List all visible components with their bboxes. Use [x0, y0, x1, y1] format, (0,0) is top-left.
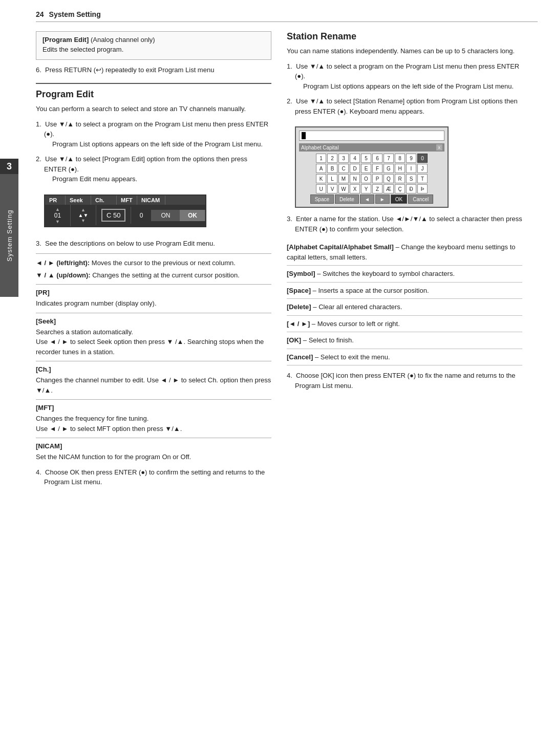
kb-key-B[interactable]: B	[327, 164, 337, 173]
nav-du-body: Changes the setting at the current curso…	[92, 271, 240, 279]
nav-lr-title-right: [◄ / ►]	[287, 320, 310, 328]
keyboard-display: Alphabet Capital x 1 2 3 4 5 6 7 8	[295, 126, 449, 208]
nav-lr-body-right: – Moves cursor to left or right.	[312, 320, 400, 328]
nav-lr-info: [◄ / ►] – Moves cursor to left or right.	[287, 316, 522, 333]
kb-title-text: Alphabet Capital	[301, 145, 338, 150]
kb-right-btn[interactable]: ►	[375, 195, 390, 204]
ok-info: [OK] – Select to finish.	[287, 332, 522, 349]
td-ok[interactable]: OK	[180, 210, 205, 221]
kb-key-V[interactable]: V	[327, 184, 337, 193]
nav-lr-title: ◄ / ► (left/right):	[36, 259, 90, 267]
kb-key-T[interactable]: T	[417, 174, 428, 183]
return-symbol: ↩	[96, 66, 101, 74]
th-mft: MFT	[117, 196, 137, 205]
ch-section: [Ch.] Changes the channel number to edit…	[36, 361, 271, 395]
kb-key-L[interactable]: L	[327, 174, 337, 183]
station-rename-section: Station Rename You can name stations ind…	[287, 31, 522, 391]
kb-key-I[interactable]: I	[406, 164, 416, 173]
nav-lr-body: Moves the cursor to the previous or next…	[92, 259, 236, 267]
td-seek: ▲ ▲▼ ▼	[71, 205, 96, 225]
kb-key-F[interactable]: F	[372, 164, 382, 173]
kb-key-J[interactable]: J	[417, 164, 428, 173]
kb-key-M[interactable]: M	[338, 174, 349, 183]
kb-key-5[interactable]: 5	[361, 154, 371, 163]
program-edit-note-box: [Program Edit] (Analog channel only) Edi…	[36, 31, 271, 60]
program-table: PR Seek Ch. MFT NICAM ▲ 01 ▼	[44, 195, 206, 227]
kb-key-thorn[interactable]: Þ	[417, 184, 428, 193]
td-mft: 0	[131, 210, 152, 221]
kb-close-btn[interactable]: x	[436, 144, 443, 150]
kb-key-E[interactable]: E	[361, 164, 371, 173]
kb-key-K[interactable]: K	[316, 174, 326, 183]
kb-key-Z[interactable]: Z	[372, 184, 382, 193]
kb-ok-btn[interactable]: OK	[391, 195, 407, 204]
kb-key-0[interactable]: 0	[417, 154, 428, 163]
kb-space-btn[interactable]: Space	[310, 195, 334, 204]
space-info: [Space] – Inserts a space at the cursor …	[287, 283, 522, 299]
ok-title: [OK]	[287, 336, 301, 344]
delete-info: [Delete] – Clear all entered characters.	[287, 299, 522, 316]
kb-key-eth[interactable]: Ð	[406, 184, 416, 193]
kb-key-U[interactable]: U	[316, 184, 326, 193]
kb-key-8[interactable]: 8	[395, 154, 405, 163]
kb-key-9[interactable]: 9	[406, 154, 416, 163]
kb-key-Y[interactable]: Y	[361, 184, 371, 193]
symbol-title: [Symbol]	[287, 270, 315, 277]
program-edit-note-body: Edits the selected program.	[42, 46, 265, 53]
kb-key-cc[interactable]: Ç	[395, 184, 405, 193]
kb-key-G[interactable]: G	[384, 164, 394, 173]
kb-key-2[interactable]: 2	[327, 154, 337, 163]
pr-title: [PR]	[36, 289, 271, 296]
kb-key-R[interactable]: R	[395, 174, 405, 183]
station-rename-heading: Station Rename	[287, 31, 522, 42]
pe-step1: 1. Use ▼/▲ to select a program on the Pr…	[36, 119, 271, 149]
pr-section: [PR] Indicates program number (display o…	[36, 284, 271, 309]
kb-key-H[interactable]: H	[395, 164, 405, 173]
delete-body: – Clear all entered characters.	[313, 303, 402, 311]
program-table-wrapper: PR Seek Ch. MFT NICAM ▲ 01 ▼	[44, 189, 271, 233]
kb-bottom-row: Space Delete ◄ ► OK Cancel	[299, 195, 444, 204]
kb-key-D[interactable]: D	[350, 164, 360, 173]
cancel-body: – Select to exit the menu.	[315, 353, 390, 361]
program-edit-label-suffix: (Analog channel only)	[89, 36, 155, 44]
program-edit-label-bold: [Program Edit]	[42, 36, 89, 44]
kb-key-N[interactable]: N	[350, 174, 360, 183]
mft-title: [MFT]	[36, 404, 271, 412]
kb-title-bar: Alphabet Capital x	[299, 143, 444, 152]
kb-key-Q[interactable]: Q	[384, 174, 394, 183]
kb-key-A[interactable]: A	[316, 164, 326, 173]
kb-key-ae[interactable]: Æ	[384, 184, 394, 193]
kb-key-3[interactable]: 3	[338, 154, 349, 163]
kb-key-W[interactable]: W	[338, 184, 349, 193]
kb-row-numbers: 1 2 3 4 5 6 7 8 9 0	[299, 154, 444, 163]
seek-body2: Use ◄ / ► to select Seek option then pre…	[36, 337, 271, 357]
kb-key-4[interactable]: 4	[350, 154, 360, 163]
th-seek: Seek	[66, 196, 91, 205]
kb-delete-btn[interactable]: Delete	[335, 195, 359, 204]
keyboard-wrapper: Alphabet Capital x 1 2 3 4 5 6 7 8	[295, 121, 522, 214]
ch-title: [Ch.]	[36, 365, 271, 373]
kb-cancel-btn[interactable]: Cancel	[408, 195, 433, 204]
sr-step1b: Program List options appears on the left…	[295, 82, 514, 90]
page-header: 24 System Setting	[36, 10, 538, 22]
kb-key-S[interactable]: S	[406, 174, 416, 183]
alphabet-info: [Alphabet Capital/Alphabet Small] – Chan…	[287, 239, 522, 266]
kb-key-X[interactable]: X	[350, 184, 360, 193]
seek-body1: Searches a station automatically.	[36, 327, 271, 337]
pe-step1b: Program List options appears on the left…	[44, 140, 263, 148]
two-column-layout: [Program Edit] (Analog channel only) Edi…	[36, 31, 538, 492]
kb-key-C[interactable]: C	[338, 164, 349, 173]
pe-step4: 4. Choose OK then press ENTER (●) to con…	[36, 467, 271, 487]
kb-key-6[interactable]: 6	[372, 154, 382, 163]
kb-left-btn[interactable]: ◄	[360, 195, 374, 204]
nav-du-title: ▼ / ▲ (up/down):	[36, 271, 91, 279]
nav-du-text: ▼ / ▲ (up/down): Changes the setting at …	[36, 270, 271, 280]
kb-key-P[interactable]: P	[372, 174, 382, 183]
step6-text: 6. Press RETURN (↩) repeatedly to exit P…	[36, 66, 271, 74]
symbol-body: – Switches the keyboard to symbol charac…	[317, 270, 455, 277]
chapter-label: System Setting	[0, 174, 18, 297]
program-edit-heading: Program Edit	[36, 89, 271, 100]
kb-key-1[interactable]: 1	[316, 154, 326, 163]
kb-key-O[interactable]: O	[361, 174, 371, 183]
kb-key-7[interactable]: 7	[384, 154, 394, 163]
